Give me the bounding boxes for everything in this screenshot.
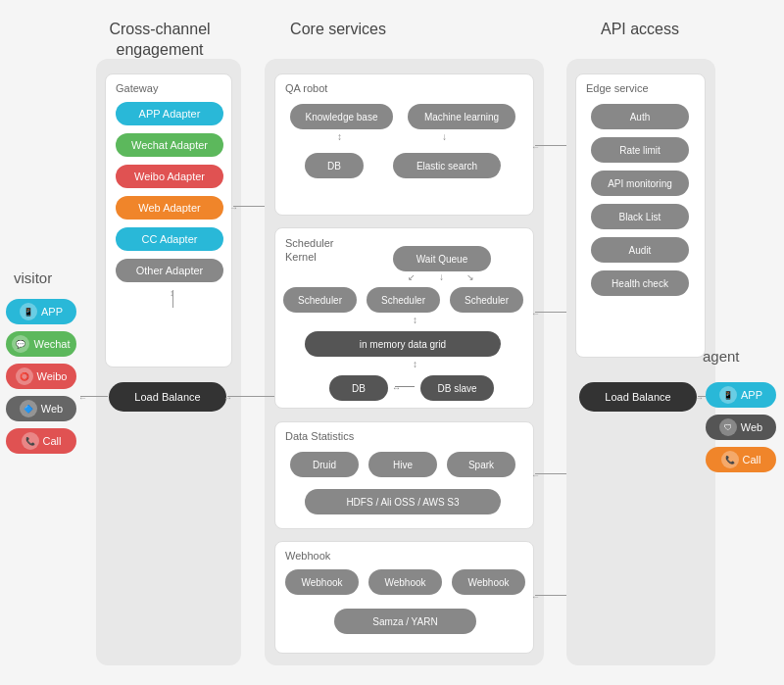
mem-to-db-arrow: ↕: [413, 359, 417, 369]
elastic-search-btn[interactable]: Elastic search: [393, 153, 501, 178]
hdfs-btn[interactable]: HDFS / Ali OSS / AWS S3: [305, 489, 501, 514]
webhook-box: Webhook Webhook Webhook Webhook Samza / …: [274, 541, 534, 654]
visitor-weibo[interactable]: ⭕ Weibo: [6, 364, 76, 389]
qa-robot-box: QA robot Knowledge base Machine learning…: [274, 73, 534, 216]
black-list-btn[interactable]: Black List: [591, 204, 689, 229]
web-adapter-btn[interactable]: Web Adapter: [116, 196, 223, 220]
db-arrow-sym: ↔: [392, 383, 401, 393]
gateway-box: Gateway APP Adapter Wechat Adapter Weibo…: [105, 73, 232, 367]
webhook2-btn[interactable]: Webhook: [368, 569, 442, 595]
cc-core-sym: ↔: [223, 393, 232, 403]
app-adapter-btn[interactable]: APP Adapter: [116, 102, 223, 125]
webhook3-btn[interactable]: Webhook: [452, 569, 525, 595]
data-api-sym: ←: [531, 470, 540, 480]
audit-btn[interactable]: Audit: [591, 237, 689, 263]
webhook-api-sym: ←: [531, 592, 540, 602]
health-check-btn[interactable]: Health check: [591, 270, 689, 296]
db-slave-btn[interactable]: DB slave: [420, 375, 494, 401]
data-stats-label: Data Statistics: [285, 430, 354, 442]
lb-arrow-symbol: ←: [78, 393, 87, 403]
cross-channel-header: Cross-channelengagement: [101, 20, 219, 61]
diagram-container: Cross-channelengagement Core services AP…: [0, 0, 784, 685]
gateway-label: Gateway: [116, 82, 158, 94]
scheduler1-btn[interactable]: Scheduler: [283, 287, 357, 313]
druid-btn[interactable]: Druid: [290, 452, 359, 477]
weibo-adapter-btn[interactable]: Weibo Adapter: [116, 165, 223, 188]
visitor-web[interactable]: 🔷 Web: [6, 396, 76, 421]
edge-service-box: Edge service Auth Rate limit API monitor…: [575, 73, 706, 358]
core-services-header: Core services: [284, 20, 392, 40]
sched-api-sym: ←: [531, 309, 540, 318]
visitor-wechat[interactable]: 💬 Wechat: [6, 331, 76, 357]
auth-btn[interactable]: Auth: [591, 104, 689, 129]
visitor-app[interactable]: 📱 APP: [6, 299, 76, 324]
spark-btn[interactable]: Spark: [447, 452, 515, 477]
in-memory-btn[interactable]: in memory data grid: [305, 331, 501, 357]
cc-adapter-btn[interactable]: CC Adapter: [116, 227, 223, 251]
scheduler-kernel-label: Scheduler Kernel: [285, 236, 339, 265]
agent-call[interactable]: 📞 Call: [706, 447, 776, 472]
hive-btn[interactable]: Hive: [368, 452, 437, 477]
cc-to-core-arrow: [227, 396, 274, 397]
machine-learning-btn[interactable]: Machine learning: [408, 104, 515, 129]
agent-label: agent: [703, 348, 740, 365]
api-monitoring-btn[interactable]: API monitoring: [591, 171, 689, 196]
other-adapter-btn[interactable]: Other Adapter: [116, 259, 223, 282]
api-load-balance[interactable]: Load Balance: [579, 382, 697, 412]
wq-arrow2: ↓: [439, 271, 444, 282]
samza-btn[interactable]: Samza / YARN: [334, 609, 476, 634]
rate-limit-btn[interactable]: Rate limit: [591, 137, 689, 163]
qa-api-arrow-sym: ←: [531, 142, 540, 152]
api-access-header: API access: [596, 20, 684, 40]
db-btn[interactable]: DB: [305, 153, 364, 178]
scheduler-box: Scheduler Kernel Wait Queue ↙ ↓ ↘ Schedu…: [274, 227, 534, 409]
arrow-up-symbol: ↕: [170, 288, 174, 298]
data-stats-box: Data Statistics Druid Hive Spark HDFS / …: [274, 421, 534, 529]
gateway-arrow-symbol: →: [229, 203, 238, 213]
knowledge-base-btn[interactable]: Knowledge base: [290, 104, 393, 129]
scheduler2-btn[interactable]: Scheduler: [367, 287, 440, 313]
visitor-label: visitor: [14, 269, 52, 286]
sched-to-mem-arrow: ↕: [413, 315, 417, 325]
scheduler3-btn[interactable]: Scheduler: [450, 287, 523, 313]
qa-arrow1: ↕: [337, 131, 342, 142]
visitor-call[interactable]: 📞 Call: [6, 428, 76, 454]
qa-arrow2: ↓: [442, 131, 447, 142]
wechat-adapter-btn[interactable]: Wechat Adapter: [116, 133, 223, 157]
wq-arrow3: ↘: [466, 272, 474, 282]
cross-channel-load-balance[interactable]: Load Balance: [109, 382, 226, 412]
webhook1-btn[interactable]: Webhook: [285, 569, 359, 595]
wait-queue-btn[interactable]: Wait Queue: [393, 246, 491, 271]
wq-arrow1: ↙: [408, 272, 416, 282]
scheduler-db-btn[interactable]: DB: [329, 375, 388, 401]
api-agent-sym: →: [695, 393, 704, 403]
webhook-label: Webhook: [285, 550, 330, 562]
edge-service-label: Edge service: [586, 82, 649, 94]
qa-robot-label: QA robot: [285, 82, 327, 94]
agent-app[interactable]: 📱 APP: [706, 382, 776, 408]
agent-web[interactable]: 🛡 Web: [706, 415, 776, 440]
